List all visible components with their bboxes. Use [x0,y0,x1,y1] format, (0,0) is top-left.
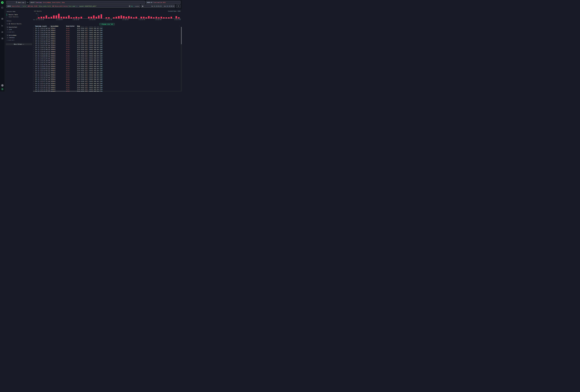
table-row[interactable]: ›Jun 11 1:53:00.676 PMpaymenterrorVisa c… [33,68,182,69]
table-row[interactable]: ›Jun 11 1:52:25.630 PMpaymenterrorVisa c… [33,75,182,77]
hyperdx-logo-icon[interactable] [1,1,3,4]
row-expand-chevron-icon[interactable]: › [33,32,35,33]
facet-option-info[interactable]: info [7,29,31,30]
row-expand-chevron-icon[interactable]: › [33,43,35,44]
user-avatar[interactable]: U [1,88,3,90]
table-row[interactable]: ›Jun 11 1:54:43.948 PMpaymenterrorVisa c… [33,49,182,50]
column-drag-handle-icon[interactable]: ⋮ [49,25,50,26]
table-row[interactable]: ›Jun 11 1:52:51.824 PMpaymenterrorVisa c… [33,69,182,71]
table-row[interactable]: ›Jun 11 1:55:16.296 PMpaymenterrorVisa c… [33,43,182,45]
denoise-results-row[interactable]: Denoise Results [7,23,31,24]
table-row[interactable]: ›Jun 11 1:56:08.948 PMpaymenterrorVisa c… [33,33,182,35]
resume-live-tail-button[interactable]: Resume Live Tail [100,23,115,25]
row-expand-chevron-icon[interactable]: › [33,69,35,71]
mode-event-patterns[interactable]: Event Patterns [7,16,31,18]
row-expand-chevron-icon[interactable]: › [33,68,35,69]
row-expand-chevron-icon[interactable]: › [33,62,35,63]
load-more-servicename[interactable]: Load more [7,39,31,41]
row-expand-chevron-icon[interactable]: › [33,30,35,31]
row-expand-chevron-icon[interactable]: › [33,54,35,56]
row-expand-chevron-icon[interactable]: › [33,49,35,50]
table-row[interactable]: ›Jun 11 1:54:52.241 PMpaymenterrorVisa c… [33,47,182,48]
table-row[interactable]: ›Jun 11 1:56:38.534 PMpaymenterrorVisa c… [33,30,182,31]
row-expand-chevron-icon[interactable]: › [33,27,35,28]
select-query-input[interactable]: SELECT Timestamp, ServiceName, SeverityT… [29,1,145,4]
row-expand-chevron-icon[interactable]: › [33,45,35,46]
table-row[interactable]: ›Jun 11 1:52:30.469 PMpaymenterrorVisa c… [33,73,182,75]
help-button[interactable]: ? [1,84,3,87]
source-settings-gear-icon[interactable]: ⚙ [27,2,28,3]
mode-results-table[interactable]: Results Table [7,13,31,16]
row-expand-chevron-icon[interactable]: › [33,66,35,67]
table-row[interactable]: ›Jun 11 1:53:41.873 PMpaymenterrorVisa c… [33,58,182,60]
info-checkbox[interactable] [7,29,8,30]
row-expand-chevron-icon[interactable]: › [33,60,35,62]
row-expand-chevron-icon[interactable]: › [33,28,35,29]
table-row[interactable]: ›Jun 11 1:53:26.250 PMpaymenterrorVisa c… [33,60,182,62]
table-row[interactable]: ›Jun 11 1:51:43.121 PMpaymenterrorVisa c… [33,84,182,86]
column-drag-handle-icon[interactable]: ⋮ [75,25,77,26]
table-row[interactable]: ›Jun 11 1:52:02.581 PMpaymenterrorVisa c… [33,79,182,81]
table-row[interactable]: ›Jun 11 1:54:09.906 PMpaymenterrorVisa c… [33,54,182,56]
search-logs-icon[interactable] [1,18,3,20]
row-expand-chevron-icon[interactable]: › [33,64,35,65]
table-row[interactable]: ›Jun 11 1:51:31.415 PMpaymenterrorVisa c… [33,88,182,90]
row-expand-chevron-icon[interactable]: › [33,85,35,86]
row-expand-chevron-icon[interactable]: › [33,35,35,37]
table-row[interactable]: ›Jun 11 1:53:10.922 PMpaymenterrorVisa c… [33,64,182,66]
table-row[interactable]: ›Jun 11 1:54:26.230 PMpaymenterrorVisa c… [33,52,182,54]
more-filters-button[interactable]: More filters [6,43,32,45]
row-expand-chevron-icon[interactable]: › [33,90,35,92]
sidebar-toggle-icon[interactable] [1,7,3,8]
table-row[interactable]: ›Jun 11 1:56:32.843 PMpaymenterrorVisa c… [33,31,182,33]
row-expand-chevron-icon[interactable]: › [33,83,35,84]
table-row[interactable]: ›Jun 11 1:54:06.953 PMpaymenterrorVisa c… [33,56,182,58]
table-row[interactable]: ›Jun 11 1:55:39.324 PMpaymenterrorVisa c… [33,41,182,43]
table-row[interactable]: ›Jun 11 1:55:51.448 PMpaymenterrorVisa c… [33,39,182,41]
search-icon[interactable] [7,26,8,28]
row-expand-chevron-icon[interactable]: › [33,71,35,73]
checkout-checkbox[interactable] [7,37,8,38]
table-row[interactable]: ›Jun 11 1:52:35.232 PMpaymenterrorVisa c… [33,71,182,73]
table-row[interactable]: ›Jun 11 1:51:57.712 PMpaymenterrorVisa c… [33,81,182,83]
row-expand-chevron-icon[interactable]: › [33,37,35,39]
language-sql-option[interactable]: SQL [131,5,133,7]
table-row[interactable]: ›Jun 11 1:56:03.248 PMpaymenterrorVisa c… [33,35,182,37]
row-expand-chevron-icon[interactable]: › [33,34,35,35]
table-row[interactable]: ›Jun 11 1:51:39.115 PMpaymenterrorVisa c… [33,86,182,88]
row-expand-chevron-icon[interactable]: › [33,75,35,77]
load-more-severitytext[interactable]: Load more [7,31,31,33]
table-row[interactable]: ›Jun 11 1:51:23.457 PMpaymenterrorVisa c… [33,90,182,92]
language-lucene-option[interactable]: Lucene [135,5,139,7]
table-row[interactable]: ›Jun 11 1:53:24.274 PMpaymenterrorVisa c… [33,62,182,64]
row-expand-chevron-icon[interactable]: › [33,39,35,41]
row-expand-chevron-icon[interactable]: › [33,53,35,54]
row-expand-chevron-icon[interactable]: › [33,87,35,88]
table-row[interactable]: ›Jun 11 1:54:40.218 PMpaymenterrorVisa c… [33,50,182,52]
row-expand-chevron-icon[interactable]: › [33,88,35,90]
row-expand-chevron-icon[interactable]: › [33,81,35,82]
run-query-button[interactable] [176,5,180,8]
table-row[interactable]: ›Jun 11 1:53:05.578 PMpaymenterrorVisa c… [33,66,182,67]
column-drag-handle-icon[interactable]: ⋮ [64,25,66,26]
table-row[interactable]: ›Jun 11 1:51:47.229 PMpaymenterrorVisa c… [33,83,182,84]
table-row[interactable]: ›Jun 11 1:52:19.473 PMpaymenterrorVisa c… [33,77,182,79]
row-expand-chevron-icon[interactable]: › [33,73,35,75]
table-row[interactable]: ›Jun 11 1:56:51.975 PMpaymenterrorVisa c… [33,27,182,28]
table-row[interactable]: ›Jun 11 1:55:59.760 PMpaymenterrorVisa c… [33,37,182,39]
table-row[interactable]: ›Jun 11 1:56:42.995 PMpaymenterrorVisa c… [33,28,182,30]
facet-option-checkout[interactable]: checkout [7,37,31,38]
row-expand-chevron-icon[interactable]: › [33,56,35,58]
row-expand-chevron-icon[interactable]: › [33,47,35,48]
source-select[interactable]: Demo Logs [6,1,26,4]
chart-explorer-icon[interactable] [1,25,3,26]
dashboards-icon[interactable] [1,38,3,39]
search-icon[interactable] [7,35,8,36]
table-row[interactable]: ›Jun 11 1:55:07.827 PMpaymenterrorVisa c… [33,45,182,47]
table-options-icon[interactable]: ⋮ [179,25,180,26]
row-expand-chevron-icon[interactable]: › [33,79,35,81]
order-by-input[interactable]: ORDER BY TimestampTime DESC [146,1,180,4]
row-expand-chevron-icon[interactable]: › [33,77,35,79]
where-query-input[interactable]: WHERE SeverityText = 'error' AND Body IL… [6,5,140,8]
time-range-picker[interactable]: Jun 11 13:41:52 - Jun 11 13:56:52 [141,5,175,8]
